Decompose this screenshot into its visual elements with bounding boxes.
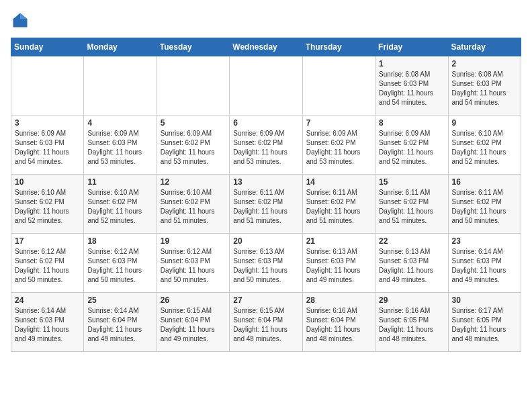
day-info: Sunrise: 6:08 AMSunset: 6:03 PMDaylight:…	[452, 70, 517, 107]
day-info: Sunrise: 6:13 AMSunset: 6:03 PMDaylight:…	[233, 247, 298, 285]
day-info: Sunrise: 6:17 AMSunset: 6:05 PMDaylight:…	[452, 306, 517, 344]
day-info: Sunrise: 6:09 AMSunset: 6:03 PMDaylight:…	[87, 129, 152, 167]
day-number: 18	[87, 236, 152, 246]
day-info: Sunrise: 6:10 AMSunset: 6:02 PMDaylight:…	[161, 188, 226, 226]
weekday-header: Thursday	[302, 38, 375, 56]
day-number: 2	[452, 59, 517, 68]
day-info: Sunrise: 6:09 AMSunset: 6:03 PMDaylight:…	[15, 129, 80, 167]
calendar-cell: 28Sunrise: 6:16 AMSunset: 6:04 PMDayligh…	[302, 293, 375, 352]
calendar-week-row: 24Sunrise: 6:14 AMSunset: 6:03 PMDayligh…	[11, 293, 521, 352]
day-number: 19	[161, 236, 226, 246]
day-info: Sunrise: 6:14 AMSunset: 6:03 PMDaylight:…	[452, 247, 517, 285]
calendar-week-row: 10Sunrise: 6:10 AMSunset: 6:02 PMDayligh…	[11, 175, 521, 234]
calendar-cell: 29Sunrise: 6:16 AMSunset: 6:05 PMDayligh…	[375, 293, 448, 352]
day-number: 27	[233, 295, 298, 305]
day-info: Sunrise: 6:10 AMSunset: 6:02 PMDaylight:…	[452, 129, 517, 167]
day-info: Sunrise: 6:12 AMSunset: 6:02 PMDaylight:…	[15, 247, 80, 285]
calendar-cell: 1Sunrise: 6:08 AMSunset: 6:03 PMDaylight…	[375, 56, 448, 116]
day-number: 16	[452, 177, 517, 187]
calendar-cell: 5Sunrise: 6:09 AMSunset: 6:02 PMDaylight…	[157, 116, 229, 175]
day-info: Sunrise: 6:15 AMSunset: 6:04 PMDaylight:…	[161, 306, 226, 344]
day-number: 20	[233, 236, 298, 246]
weekday-header: Wednesday	[230, 38, 302, 56]
day-number: 25	[87, 295, 152, 305]
calendar-cell: 3Sunrise: 6:09 AMSunset: 6:03 PMDaylight…	[11, 116, 84, 175]
day-info: Sunrise: 6:10 AMSunset: 6:02 PMDaylight:…	[87, 188, 152, 226]
day-number: 3	[15, 118, 80, 128]
day-number: 23	[452, 236, 517, 246]
day-number: 28	[306, 295, 371, 305]
calendar-table: SundayMondayTuesdayWednesdayThursdayFrid…	[11, 38, 521, 352]
calendar-cell: 9Sunrise: 6:10 AMSunset: 6:02 PMDaylight…	[448, 116, 521, 175]
day-info: Sunrise: 6:11 AMSunset: 6:02 PMDaylight:…	[233, 188, 298, 226]
weekday-header: Saturday	[448, 38, 521, 56]
logo	[11, 11, 32, 30]
day-number: 12	[161, 177, 226, 187]
calendar-cell: 30Sunrise: 6:17 AMSunset: 6:05 PMDayligh…	[448, 293, 521, 352]
calendar-cell: 11Sunrise: 6:10 AMSunset: 6:02 PMDayligh…	[84, 175, 157, 234]
weekday-header: Sunday	[11, 38, 84, 56]
calendar-cell: 6Sunrise: 6:09 AMSunset: 6:02 PMDaylight…	[230, 116, 302, 175]
day-info: Sunrise: 6:16 AMSunset: 6:04 PMDaylight:…	[306, 306, 371, 344]
day-info: Sunrise: 6:11 AMSunset: 6:02 PMDaylight:…	[306, 188, 371, 226]
day-info: Sunrise: 6:08 AMSunset: 6:03 PMDaylight:…	[379, 70, 444, 107]
day-info: Sunrise: 6:09 AMSunset: 6:02 PMDaylight:…	[306, 129, 371, 167]
calendar-cell: 20Sunrise: 6:13 AMSunset: 6:03 PMDayligh…	[230, 234, 302, 293]
day-info: Sunrise: 6:13 AMSunset: 6:03 PMDaylight:…	[306, 247, 371, 285]
calendar-cell: 23Sunrise: 6:14 AMSunset: 6:03 PMDayligh…	[448, 234, 521, 293]
calendar-week-row: 1Sunrise: 6:08 AMSunset: 6:03 PMDaylight…	[11, 56, 521, 116]
calendar-cell: 16Sunrise: 6:11 AMSunset: 6:02 PMDayligh…	[448, 175, 521, 234]
calendar-cell	[157, 56, 229, 116]
day-info: Sunrise: 6:16 AMSunset: 6:05 PMDaylight:…	[379, 306, 444, 344]
calendar-cell: 12Sunrise: 6:10 AMSunset: 6:02 PMDayligh…	[157, 175, 229, 234]
calendar-cell: 4Sunrise: 6:09 AMSunset: 6:03 PMDaylight…	[84, 116, 157, 175]
logo-icon	[11, 11, 30, 30]
day-number: 17	[15, 236, 80, 246]
calendar-cell: 15Sunrise: 6:11 AMSunset: 6:02 PMDayligh…	[375, 175, 448, 234]
day-number: 15	[379, 177, 444, 187]
calendar-cell: 7Sunrise: 6:09 AMSunset: 6:02 PMDaylight…	[302, 116, 375, 175]
day-info: Sunrise: 6:09 AMSunset: 6:02 PMDaylight:…	[233, 129, 298, 167]
day-number: 29	[379, 295, 444, 305]
day-number: 6	[233, 118, 298, 128]
day-number: 22	[379, 236, 444, 246]
calendar-cell: 22Sunrise: 6:13 AMSunset: 6:03 PMDayligh…	[375, 234, 448, 293]
day-info: Sunrise: 6:14 AMSunset: 6:04 PMDaylight:…	[87, 306, 152, 344]
calendar-cell: 19Sunrise: 6:12 AMSunset: 6:03 PMDayligh…	[157, 234, 229, 293]
day-info: Sunrise: 6:12 AMSunset: 6:03 PMDaylight:…	[87, 247, 152, 285]
weekday-header-row: SundayMondayTuesdayWednesdayThursdayFrid…	[11, 38, 521, 56]
weekday-header: Monday	[84, 38, 157, 56]
calendar-cell	[11, 56, 84, 116]
day-number: 4	[87, 118, 152, 128]
day-number: 30	[452, 295, 517, 305]
day-info: Sunrise: 6:09 AMSunset: 6:02 PMDaylight:…	[379, 129, 444, 167]
calendar-cell: 17Sunrise: 6:12 AMSunset: 6:02 PMDayligh…	[11, 234, 84, 293]
calendar-cell: 8Sunrise: 6:09 AMSunset: 6:02 PMDaylight…	[375, 116, 448, 175]
day-info: Sunrise: 6:11 AMSunset: 6:02 PMDaylight:…	[452, 188, 517, 226]
day-number: 13	[233, 177, 298, 187]
weekday-header: Tuesday	[157, 38, 229, 56]
svg-marker-1	[20, 13, 28, 19]
day-number: 14	[306, 177, 371, 187]
page-header	[11, 11, 521, 30]
calendar-cell: 25Sunrise: 6:14 AMSunset: 6:04 PMDayligh…	[84, 293, 157, 352]
day-number: 1	[379, 59, 444, 68]
calendar-week-row: 3Sunrise: 6:09 AMSunset: 6:03 PMDaylight…	[11, 116, 521, 175]
day-info: Sunrise: 6:11 AMSunset: 6:02 PMDaylight:…	[379, 188, 444, 226]
calendar-cell	[230, 56, 302, 116]
day-number: 8	[379, 118, 444, 128]
day-number: 9	[452, 118, 517, 128]
calendar-cell: 26Sunrise: 6:15 AMSunset: 6:04 PMDayligh…	[157, 293, 229, 352]
calendar-cell: 24Sunrise: 6:14 AMSunset: 6:03 PMDayligh…	[11, 293, 84, 352]
day-number: 7	[306, 118, 371, 128]
calendar-cell	[302, 56, 375, 116]
calendar-cell: 18Sunrise: 6:12 AMSunset: 6:03 PMDayligh…	[84, 234, 157, 293]
calendar-cell: 27Sunrise: 6:15 AMSunset: 6:04 PMDayligh…	[230, 293, 302, 352]
day-number: 10	[15, 177, 80, 187]
day-number: 11	[87, 177, 152, 187]
day-info: Sunrise: 6:15 AMSunset: 6:04 PMDaylight:…	[233, 306, 298, 344]
day-number: 21	[306, 236, 371, 246]
calendar-week-row: 17Sunrise: 6:12 AMSunset: 6:02 PMDayligh…	[11, 234, 521, 293]
calendar-cell: 14Sunrise: 6:11 AMSunset: 6:02 PMDayligh…	[302, 175, 375, 234]
day-number: 26	[161, 295, 226, 305]
